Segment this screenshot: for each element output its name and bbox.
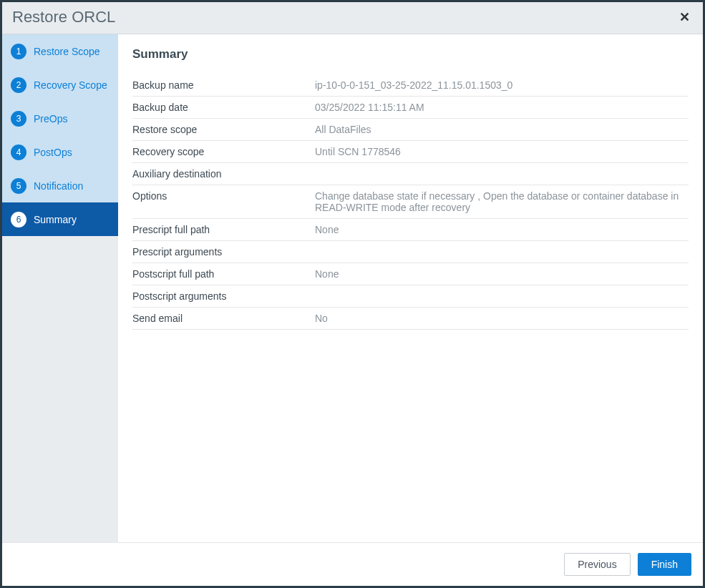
summary-row: Auxiliary destination	[132, 163, 689, 185]
wizard-sidebar: 1 Restore Scope 2 Recovery Scope 3 PreOp…	[2, 34, 118, 542]
summary-row: Recovery scope Until SCN 1778546	[132, 141, 689, 163]
page-title: Summary	[132, 47, 689, 62]
summary-label: Restore scope	[132, 119, 315, 141]
summary-label: Backup name	[132, 74, 315, 97]
step-label: PreOps	[34, 113, 67, 124]
step-label: Notification	[34, 180, 83, 192]
step-number-badge: 5	[11, 178, 26, 194]
summary-value: 03/25/2022 11:15:11 AM	[315, 97, 689, 119]
summary-value	[315, 285, 689, 308]
summary-label: Auxiliary destination	[132, 163, 315, 185]
summary-value: ip-10-0-0-151_03-25-2022_11.15.01.1503_0	[315, 74, 689, 97]
summary-label: Postscript arguments	[132, 285, 315, 308]
step-number-badge: 1	[11, 44, 26, 59]
summary-value: None	[315, 219, 689, 241]
summary-table: Backup name ip-10-0-0-151_03-25-2022_11.…	[132, 74, 689, 330]
summary-label: Send email	[132, 308, 315, 330]
wizard-step-summary[interactable]: 6 Summary	[2, 202, 118, 236]
summary-value: None	[315, 263, 689, 285]
wizard-step-postops[interactable]: 4 PostOps	[2, 135, 118, 169]
summary-label: Backup date	[132, 97, 315, 119]
wizard-step-restore-scope[interactable]: 1 Restore Scope	[2, 34, 118, 68]
wizard-step-preops[interactable]: 3 PreOps	[2, 102, 118, 135]
summary-value	[315, 163, 689, 185]
step-number-badge: 3	[11, 111, 26, 127]
step-label: PostOps	[34, 147, 72, 158]
restore-dialog: Restore ORCL ✕ 1 Restore Scope 2 Recover…	[2, 2, 703, 586]
summary-label: Prescript full path	[132, 219, 315, 241]
summary-row: Postscript arguments	[132, 285, 689, 308]
dialog-header: Restore ORCL ✕	[2, 2, 703, 34]
summary-row: Postscript full path None	[132, 263, 689, 285]
step-label: Recovery Scope	[34, 79, 107, 91]
summary-label: Options	[132, 185, 315, 219]
summary-row: Options Change database state if necessa…	[132, 185, 689, 219]
summary-value: No	[315, 308, 689, 330]
step-number-badge: 4	[11, 144, 26, 160]
dialog-title: Restore ORCL	[12, 8, 115, 26]
close-icon[interactable]: ✕	[676, 9, 693, 25]
step-number-badge: 6	[11, 212, 26, 227]
summary-value	[315, 241, 689, 263]
previous-button[interactable]: Previous	[564, 553, 630, 576]
summary-value: All DataFiles	[315, 119, 689, 141]
summary-label: Postscript full path	[132, 263, 315, 285]
summary-row: Prescript full path None	[132, 219, 689, 241]
summary-row: Send email No	[132, 308, 689, 330]
summary-value: Change database state if necessary , Ope…	[315, 185, 689, 219]
dialog-body: 1 Restore Scope 2 Recovery Scope 3 PreOp…	[2, 34, 703, 542]
main-content: Summary Backup name ip-10-0-0-151_03-25-…	[118, 34, 703, 542]
finish-button[interactable]: Finish	[638, 553, 691, 576]
summary-row: Prescript arguments	[132, 241, 689, 263]
dialog-footer: Previous Finish	[2, 542, 703, 586]
summary-row: Backup date 03/25/2022 11:15:11 AM	[132, 97, 689, 119]
step-number-badge: 2	[11, 77, 26, 93]
summary-label: Recovery scope	[132, 141, 315, 163]
summary-row: Backup name ip-10-0-0-151_03-25-2022_11.…	[132, 74, 689, 97]
step-label: Restore Scope	[34, 46, 100, 57]
wizard-step-recovery-scope[interactable]: 2 Recovery Scope	[2, 68, 118, 102]
summary-label: Prescript arguments	[132, 241, 315, 263]
wizard-step-notification[interactable]: 5 Notification	[2, 169, 118, 202]
step-label: Summary	[34, 214, 77, 225]
summary-row: Restore scope All DataFiles	[132, 119, 689, 141]
summary-value: Until SCN 1778546	[315, 141, 689, 163]
